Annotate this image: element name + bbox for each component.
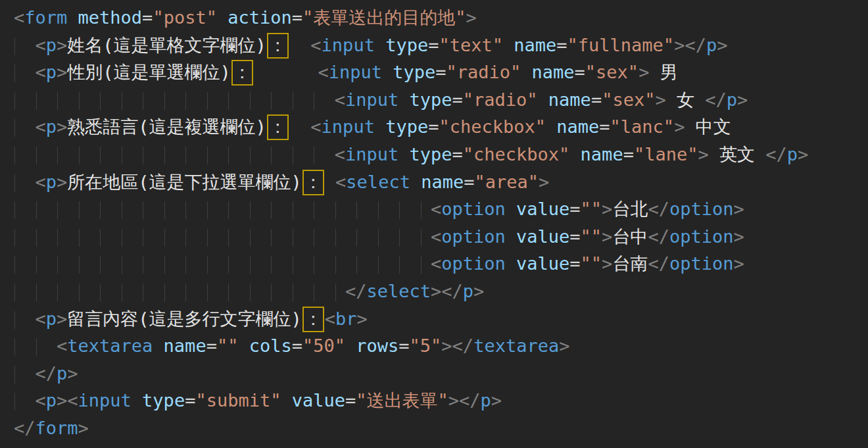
code-token [538,89,548,110]
code-token: < [335,144,345,164]
indent-whitespace [14,281,345,301]
indent-whitespace [14,253,431,274]
indent-whitespace [14,116,36,137]
code-token: option [669,226,734,247]
code-token: type [409,144,452,164]
code-token: p [46,116,57,137]
code-token: </ [765,144,787,164]
code-token: </ [705,89,727,110]
code-token: > [655,89,665,110]
code-token: < [36,35,46,55]
code-token: "post" [153,7,217,28]
code-token: p [46,35,57,55]
code-token [238,336,249,356]
code-token: </ [648,253,669,274]
code-line[interactable]: <option value="">台中</option> [14,223,868,251]
code-token: = [142,7,153,28]
code-token: "checkbox" [463,144,570,164]
code-token: p [463,281,473,301]
code-token: < [36,309,46,329]
code-token [67,7,78,28]
code-line[interactable]: <form method="post" action="表單送出的目的地"> [14,4,868,32]
code-token: option [441,226,506,247]
code-editor[interactable]: <form method="post" action="表單送出的目的地"> <… [0,0,868,448]
code-token: < [431,226,441,247]
code-line[interactable]: </form> [14,414,868,442]
code-token: br [335,309,357,329]
code-token: > [602,199,612,219]
code-token: > [466,7,477,28]
code-token: option [441,253,506,274]
code-token: = [556,35,567,55]
code-token: = [292,7,302,28]
code-token: > [733,253,744,274]
code-token: < [431,199,441,219]
code-token: = [569,199,580,219]
code-token: "submit" [195,390,281,411]
code-token: form [36,418,78,438]
code-line[interactable]: <p>留言內容(這是多行文字欄位)：<br> [14,305,868,333]
code-token: "sex" [602,89,655,110]
code-token [281,390,291,411]
code-token: option [669,253,734,274]
code-token: ></ [431,281,463,301]
code-token: rows [356,336,398,356]
code-token [546,116,556,137]
code-token: > [733,226,744,247]
code-token: textarea [67,336,153,356]
code-token: > [539,172,549,192]
code-line[interactable]: </p> [14,360,868,387]
code-token: p [57,363,67,384]
code-token: = [623,144,634,164]
code-token: > [357,309,368,329]
code-token [217,7,228,28]
code-token: = [452,144,463,164]
code-token: >< [57,390,78,411]
code-token: select [366,281,431,301]
code-line[interactable]: </select></p> [14,278,868,305]
code-token: "radio" [446,62,521,82]
code-token: = [206,336,217,356]
code-token: value [292,390,345,411]
code-line[interactable]: <p>熟悉語言(這是複選欄位)： <input type="checkbox" … [14,113,868,141]
vscode-editor-screenshot: { "editor": { "description": "Dark-theme… [0,0,868,448]
indent-whitespace [14,89,335,110]
code-token: = [464,172,474,192]
code-token: p [706,35,717,55]
code-token: name [514,35,556,55]
unicode-highlight-colon: ： [302,170,324,195]
code-token: input [322,35,375,55]
code-token: "area" [474,172,539,192]
code-token [398,144,409,164]
code-token: "" [581,253,602,274]
code-token: </ [14,418,36,438]
code-line[interactable]: <p><input type="submit" value="送出表單"></p… [14,387,868,414]
code-line[interactable]: <textarea name="" cols="50" rows="5"></t… [14,332,868,360]
code-token: p [481,390,491,411]
code-token: type [142,390,185,411]
code-token: method [78,7,143,28]
code-token [375,35,385,55]
code-line[interactable]: <p>姓名(這是單格文字欄位)： <input type="text" name… [14,32,868,59]
code-token: = [591,89,602,110]
code-token: "lanc" [610,116,675,137]
code-token: > [602,253,612,274]
code-token: value [516,226,569,247]
code-token: < [36,172,46,192]
code-line[interactable]: <input type="checkbox" name="lane"> 英文 <… [14,141,868,168]
code-line[interactable]: <option value="">台北</option> [14,195,868,223]
code-token: > [57,172,67,192]
code-line[interactable]: <p>性別(這是單選欄位)： <input type="radio" name=… [14,59,868,86]
code-token: value [516,253,569,274]
code-line[interactable]: <option value="">台南</option> [14,250,868,278]
code-token [289,35,311,55]
code-token: < [36,390,46,411]
code-token: type [393,62,435,82]
code-line[interactable]: <p>所在地區(這是下拉選單欄位)： <select name="area"> [14,168,868,196]
code-line[interactable]: <input type="radio" name="sex"> 女 </p> [14,86,868,114]
code-token: = [569,253,580,274]
code-token: > [57,62,67,82]
code-token: 英文 [709,144,766,164]
code-token: name [581,144,623,164]
code-token: > [473,281,484,301]
